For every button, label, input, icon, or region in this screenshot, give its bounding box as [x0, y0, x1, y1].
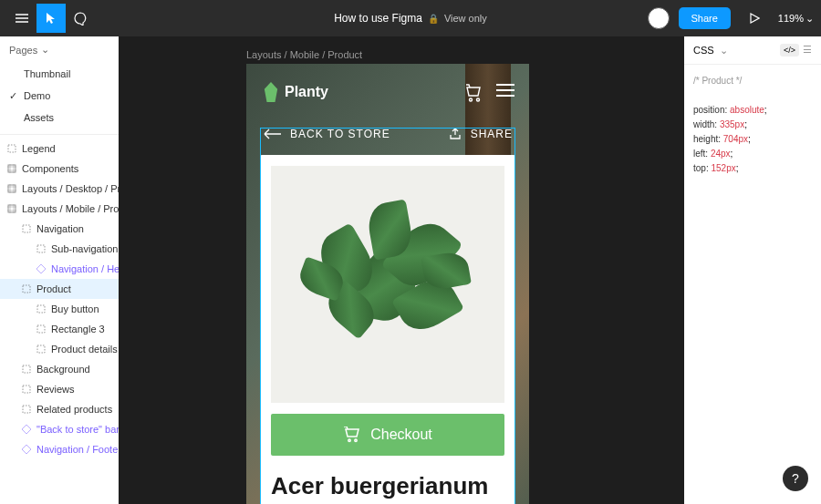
layer-background[interactable]: Background — [0, 359, 119, 379]
css-prop-width: width: 335px; — [693, 118, 812, 132]
layer-sub-navigation[interactable]: Sub-navigation — [0, 239, 119, 259]
share-label: SHARE — [471, 128, 513, 140]
inspector-tabs: CSS ⌄ </> ☰ — [684, 36, 821, 65]
title-text: How to use Figma — [334, 12, 422, 25]
layer-buy-button[interactable]: Buy button — [0, 299, 119, 319]
css-prop-left: left: 24px; — [693, 147, 812, 161]
chevron-down-icon: ⌄ — [805, 13, 814, 25]
svg-rect-16 — [23, 225, 30, 232]
layer-layouts-desktop-product[interactable]: Layouts / Desktop / Product — [0, 179, 119, 199]
arrow-left-icon — [263, 129, 281, 139]
css-code: /* Product */ position: absolute;width: … — [684, 65, 821, 185]
layer-product-details[interactable]: Product details — [0, 339, 119, 359]
view-only-label: View only — [444, 13, 487, 24]
layer-reviews[interactable]: Reviews — [0, 379, 119, 399]
back-bar: BACK TO STORE SHARE — [246, 128, 529, 140]
chevron-down-icon: ⌄ — [41, 44, 49, 56]
css-prop-height: height: 704px; — [693, 132, 812, 147]
list-icon[interactable]: ☰ — [803, 44, 812, 57]
svg-rect-11 — [8, 205, 16, 212]
svg-rect-0 — [8, 145, 16, 152]
css-prop-position: position: absolute; — [693, 103, 812, 118]
present-icon[interactable] — [740, 4, 769, 33]
brand-text: Planty — [285, 84, 328, 100]
svg-rect-24 — [23, 406, 30, 413]
plant-illustration — [306, 193, 470, 375]
svg-rect-6 — [8, 185, 16, 192]
back-label: BACK TO STORE — [290, 128, 390, 140]
mobile-frame[interactable]: Planty BACK TO STORE SHARE — [246, 64, 529, 504]
layer-legend[interactable]: Legend — [0, 139, 119, 159]
brand-logo: Planty — [263, 82, 328, 102]
pages-header[interactable]: Pages ⌄ — [0, 36, 119, 63]
cart-icon — [463, 82, 483, 102]
share-frame: SHARE — [449, 128, 513, 140]
product-title: Acer buergerianum — [271, 472, 504, 500]
layer-navigation-head-[interactable]: Navigation / Head... — [0, 259, 119, 279]
back-to-store: BACK TO STORE — [263, 128, 390, 140]
checkout-label: Checkout — [370, 427, 432, 443]
main: Pages ⌄ Thumbnail Demo Assets LegendComp… — [0, 36, 821, 504]
product-card: Checkout Acer buergerianum SUMMER PLANTS — [260, 155, 515, 504]
svg-rect-21 — [37, 345, 45, 353]
page-thumbnail[interactable]: Thumbnail — [0, 63, 119, 85]
cart-icon — [343, 427, 361, 443]
chevron-down-icon[interactable]: ⌄ — [720, 45, 728, 57]
svg-rect-22 — [23, 365, 30, 373]
comment-tool-icon[interactable] — [66, 4, 95, 33]
css-comment: /* Product */ — [693, 74, 812, 88]
product-image — [271, 166, 504, 403]
topbar: How to use Figma 🔒 View only Share 119% … — [0, 0, 821, 36]
topbar-left — [7, 4, 95, 33]
pages-label: Pages — [9, 45, 37, 56]
help-button[interactable]: ? — [783, 466, 808, 491]
hamburger-icon — [496, 84, 514, 97]
layer-related-products[interactable]: Related products — [0, 399, 119, 419]
move-tool-icon[interactable] — [36, 4, 66, 33]
css-prop-top: top: 152px; — [693, 161, 812, 176]
layer-navigation[interactable]: Navigation — [0, 219, 119, 239]
checkout-button: Checkout — [271, 414, 504, 456]
menu-icon[interactable] — [7, 4, 36, 33]
file-title: How to use Figma 🔒 View only — [334, 12, 487, 25]
lock-icon: 🔒 — [428, 14, 439, 24]
inspector-panel: CSS ⌄ </> ☰ /* Product */ position: abso… — [684, 36, 821, 504]
layer-navigation-footer-[interactable]: Navigation / Footer / ... — [0, 439, 119, 459]
svg-rect-1 — [8, 165, 16, 172]
page-assets[interactable]: Assets — [0, 107, 119, 129]
share-icon — [449, 128, 462, 140]
layer-product[interactable]: Product — [0, 279, 119, 299]
layer--back-to-store-bar[interactable]: "Back to store" bar — [0, 419, 119, 439]
zoom-value: 119% — [778, 13, 804, 24]
svg-rect-18 — [23, 285, 30, 293]
code-icon[interactable]: </> — [780, 44, 799, 57]
zoom-control[interactable]: 119% ⌄ — [778, 13, 814, 25]
layers-list: LegendComponentsLayouts / Desktop / Prod… — [0, 134, 119, 459]
svg-rect-23 — [23, 386, 30, 393]
pages-panel: Pages ⌄ Thumbnail Demo Assets LegendComp… — [0, 36, 119, 504]
page-demo[interactable]: Demo — [0, 85, 119, 107]
svg-rect-19 — [37, 305, 45, 313]
layer-rectangle-3[interactable]: Rectangle 3 — [0, 319, 119, 339]
svg-rect-20 — [37, 325, 45, 333]
canvas[interactable]: Layouts / Mobile / Product Planty BACK T… — [119, 36, 684, 504]
topbar-right: Share 119% ⌄ — [648, 4, 815, 33]
css-tab[interactable]: CSS — [693, 45, 714, 56]
leaf-icon — [263, 82, 279, 102]
avatar[interactable] — [648, 7, 670, 29]
layer-layouts-mobile-product[interactable]: Layouts / Mobile / Product — [0, 199, 119, 219]
layer-components[interactable]: Components — [0, 159, 119, 179]
svg-rect-17 — [37, 245, 45, 252]
breadcrumb[interactable]: Layouts / Mobile / Product — [246, 49, 362, 60]
share-button[interactable]: Share — [679, 7, 731, 29]
